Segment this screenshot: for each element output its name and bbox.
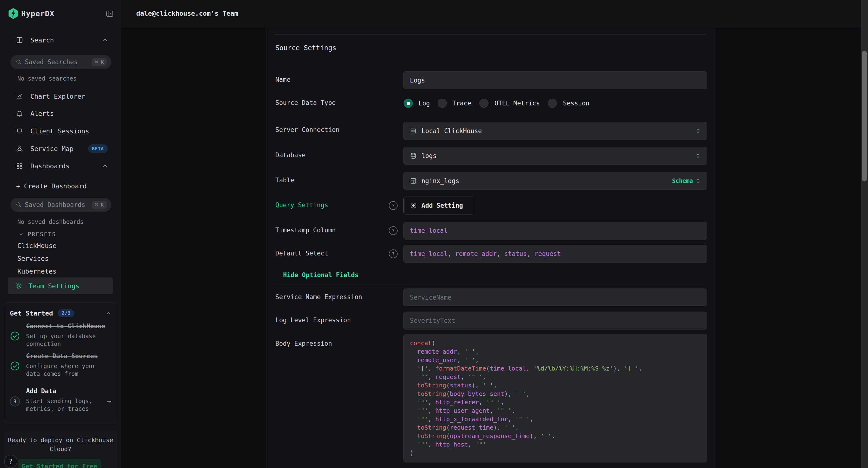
sidebar-item-label: Client Sessions [30, 127, 89, 135]
database-icon [410, 152, 416, 159]
create-dashboard-button[interactable]: + Create Dashboard [16, 182, 87, 190]
sidebar-item-label: Alerts [30, 110, 54, 117]
get-started-step-title: Create Data Sources [26, 352, 98, 360]
radio-session-label[interactable]: Session [563, 99, 590, 107]
sidebar-item-dashboards[interactable]: Dashboards [0, 160, 121, 172]
source-settings-panel: Source Settings Name Logs Source Data Ty… [266, 28, 714, 468]
chevron-up-icon[interactable] [102, 163, 108, 169]
saved-dashboards-placeholder: Saved Dashboards [25, 201, 85, 208]
chevron-up-icon[interactable] [106, 311, 112, 316]
sidebar-item-search[interactable]: Search [0, 34, 121, 46]
get-started-panel: Get Started 2/3 Connect to ClickHouse Se… [4, 302, 117, 423]
sidebar-item-client-sessions[interactable]: Client Sessions [0, 125, 121, 137]
presets-toggle[interactable]: PRESETS [19, 231, 56, 237]
laptop-icon [16, 127, 23, 135]
saved-searches-input[interactable]: Saved Searches ⌘ K [10, 55, 112, 69]
server-connection-select[interactable]: Local ClickHouse [403, 122, 707, 140]
body-expression-label: Body Expression [275, 340, 332, 347]
radio-trace-label[interactable]: Trace [452, 99, 471, 107]
divider [275, 284, 706, 284]
sidebar: HyperDX Search Saved Searches ⌘ K No sav… [0, 0, 121, 468]
radio-otel-metrics-label[interactable]: OTEL Metrics [495, 99, 540, 107]
server-icon [410, 127, 416, 135]
check-circle-icon [10, 331, 20, 341]
server-connection-label: Server Connection [275, 126, 340, 134]
search-icon [16, 202, 22, 208]
sidebar-item-chart-explorer[interactable]: Chart Explorer [0, 90, 121, 102]
sidebar-item-label: Chart Explorer [30, 93, 85, 100]
database-select[interactable]: logs [403, 147, 707, 165]
get-started-step-desc: Start sending logs, metrics, or traces [26, 397, 105, 413]
select-caret-icon [695, 153, 701, 159]
add-setting-button[interactable]: Add Setting [403, 197, 473, 214]
preset-clickhouse[interactable]: ClickHouse [18, 242, 57, 250]
dashboards-grid-icon [16, 163, 23, 170]
divider [275, 34, 706, 35]
no-saved-searches-text: No saved searches [18, 75, 77, 82]
gear-icon [15, 282, 23, 290]
main-area: Source Settings Name Logs Source Data Ty… [121, 28, 868, 468]
source-data-type-label: Source Data Type [275, 99, 336, 107]
shortcut-badge: ⌘ K [92, 58, 106, 66]
radio-log[interactable] [404, 99, 413, 108]
hide-optional-fields-link[interactable]: Hide Optional Fields [283, 271, 359, 279]
sidebar-item-alerts[interactable]: Alerts [0, 108, 121, 119]
radio-log-label[interactable]: Log [418, 99, 430, 107]
database-label: Database [275, 151, 306, 159]
name-input[interactable]: Logs [403, 71, 707, 89]
saved-searches-placeholder: Saved Searches [25, 58, 78, 66]
team-settings-label: Team Settings [28, 282, 79, 290]
help-button[interactable]: ? [4, 455, 18, 468]
brand-name: HyperDX [21, 9, 55, 18]
presets-label: PRESETS [28, 231, 56, 237]
question-circle-icon[interactable]: ? [389, 201, 398, 210]
body-expression-editor[interactable]: concat( remote_addr, ' ', remote_user, '… [403, 334, 707, 463]
get-started-title: Get Started [10, 310, 53, 317]
radio-otel-metrics[interactable] [479, 99, 489, 108]
step-number-badge: 3 [10, 397, 20, 407]
chevron-up-icon[interactable] [102, 37, 108, 43]
sidebar-item-label: Dashboards [30, 163, 70, 170]
arrow-right-icon[interactable]: → [107, 397, 111, 405]
cloud-promo-card: Ready to deploy on ClickHouseCloud? Get … [4, 431, 117, 468]
hyperdx-logo-icon [7, 7, 19, 20]
select-caret-icon [695, 178, 701, 184]
search-section-icon [16, 36, 23, 43]
get-started-step-desc: Set up your database connection [26, 332, 105, 348]
log-level-expression-input[interactable]: SeverityText [403, 312, 707, 329]
no-saved-dashboards-text: No saved dashboards [18, 218, 84, 225]
sidebar-item-service-map[interactable]: Service Map BETA [0, 143, 121, 154]
scrollbar-track[interactable] [861, 0, 868, 468]
page-title: Source Settings [275, 44, 336, 52]
service-name-expression-input[interactable]: ServiceName [403, 289, 707, 306]
promo-text: Ready to deploy on ClickHouseCloud? [4, 436, 117, 454]
query-settings-label: Query Settings [275, 201, 328, 209]
get-started-free-button[interactable]: Get Started for Free [18, 459, 101, 468]
table-label: Table [275, 177, 294, 184]
schema-link[interactable]: Schema [672, 178, 693, 184]
collapse-sidebar-icon[interactable] [105, 10, 114, 18]
log-level-expression-label: Log Level Expression [275, 317, 351, 324]
check-circle-icon [10, 361, 20, 371]
saved-dashboards-input[interactable]: Saved Dashboards ⌘ K [10, 198, 112, 212]
default-select-input[interactable]: time_local, remote_addr, status, request [403, 245, 707, 263]
question-circle-icon[interactable]: ? [389, 250, 398, 258]
progress-badge: 2/3 [58, 309, 74, 317]
get-started-step-title: Add Data [26, 387, 56, 394]
preset-kubernetes[interactable]: Kubernetes [18, 267, 57, 275]
timestamp-column-input[interactable]: time_local [403, 222, 707, 239]
sidebar-item-label: Service Map [30, 145, 73, 152]
radio-session[interactable] [548, 99, 557, 108]
chevron-down-icon [19, 232, 24, 237]
question-circle-icon[interactable]: ? [389, 226, 398, 235]
default-select-label: Default Select [275, 250, 328, 257]
sidebar-item-label: Search [30, 36, 54, 44]
preset-services[interactable]: Services [18, 255, 49, 262]
circle-plus-icon [410, 202, 417, 209]
get-started-step-desc: Configure where your data comes from [26, 362, 105, 378]
radio-trace[interactable] [438, 99, 447, 108]
table-select[interactable]: nginx_logs Schema [403, 172, 707, 190]
scrollbar-thumb[interactable] [862, 51, 867, 181]
sidebar-item-team-settings[interactable]: Team Settings [8, 277, 113, 294]
name-label: Name [275, 76, 290, 83]
